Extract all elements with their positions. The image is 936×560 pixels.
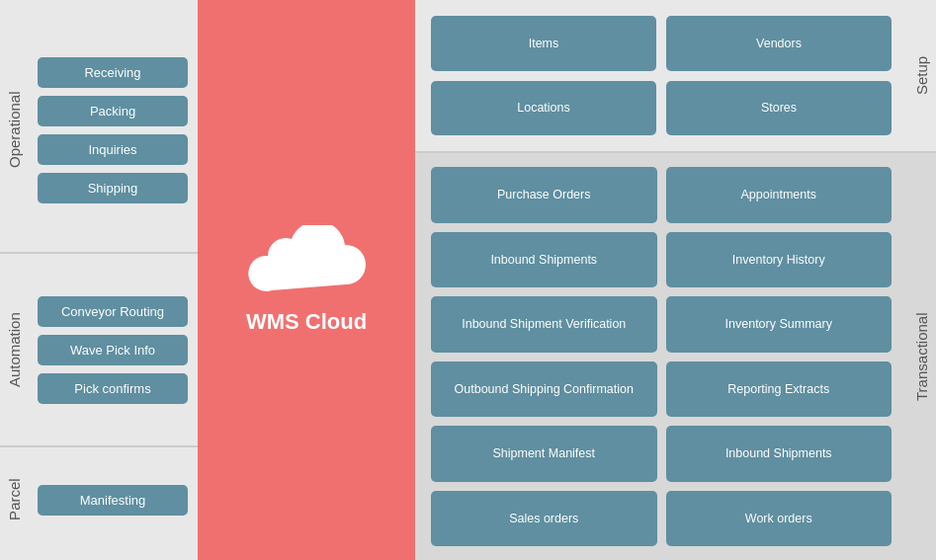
automation-section: Automation Conveyor Routing Wave Pick In…	[0, 254, 198, 447]
parcel-label: Parcel	[0, 447, 28, 552]
automation-label: Automation	[0, 254, 28, 445]
reporting-extracts-button[interactable]: Reporting Extracts	[666, 361, 893, 418]
vendors-button[interactable]: Vendors	[666, 16, 892, 71]
inventory-history-button[interactable]: Inventory History	[666, 232, 893, 288]
wms-cloud-label: WMS Cloud	[246, 309, 367, 335]
transactional-section: Purchase Orders Appointments Inbound Shi…	[415, 153, 936, 560]
setup-label: Setup	[907, 0, 936, 151]
cloud-icon	[242, 225, 371, 309]
parcel-section: Parcel Manifesting	[0, 447, 198, 552]
inbound-shipments-2-button[interactable]: Inbound Shipments	[666, 426, 893, 482]
outbound-shipping-confirmation-button[interactable]: Outbound Shipping Confirmation	[431, 361, 657, 418]
operational-section: Operational Receiving Packing Inquiries …	[0, 8, 198, 254]
cloud-container: WMS Cloud	[242, 225, 371, 335]
transactional-label: Transactional	[907, 153, 936, 560]
inventory-summary-button[interactable]: Inventory Summary	[666, 296, 893, 353]
wave-pick-info-button[interactable]: Wave Pick Info	[38, 335, 188, 365]
appointments-button[interactable]: Appointments	[666, 167, 893, 223]
setup-content: Items Vendors Locations Stores	[415, 0, 907, 151]
inquiries-button[interactable]: Inquiries	[38, 134, 188, 165]
transactional-content: Purchase Orders Appointments Inbound Shi…	[415, 153, 907, 560]
right-panel: Items Vendors Locations Stores Setup Pur…	[415, 0, 936, 560]
locations-button[interactable]: Locations	[431, 81, 656, 136]
center-panel: WMS Cloud	[198, 0, 415, 560]
inbound-shipment-verification-button[interactable]: Inbound Shipment Verification	[431, 296, 657, 353]
work-orders-button[interactable]: Work orders	[666, 491, 893, 547]
stores-button[interactable]: Stores	[666, 81, 892, 136]
manifesting-button[interactable]: Manifesting	[38, 485, 188, 516]
receiving-button[interactable]: Receiving	[38, 57, 188, 88]
parcel-buttons: Manifesting	[28, 447, 198, 552]
purchase-orders-button[interactable]: Purchase Orders	[431, 167, 657, 223]
shipping-button[interactable]: Shipping	[38, 173, 188, 203]
main-container: Operational Receiving Packing Inquiries …	[0, 0, 936, 560]
packing-button[interactable]: Packing	[38, 96, 188, 126]
items-button[interactable]: Items	[431, 16, 656, 71]
left-panel: Operational Receiving Packing Inquiries …	[0, 0, 198, 560]
inbound-shipments-button[interactable]: Inbound Shipments	[431, 232, 657, 288]
shipment-manifest-button[interactable]: Shipment Manifest	[431, 426, 657, 482]
pick-confirms-button[interactable]: Pick confirms	[38, 373, 188, 404]
automation-buttons: Conveyor Routing Wave Pick Info Pick con…	[28, 254, 198, 445]
operational-buttons: Receiving Packing Inquiries Shipping	[28, 8, 198, 252]
conveyor-routing-button[interactable]: Conveyor Routing	[38, 296, 188, 327]
operational-label: Operational	[0, 8, 28, 252]
setup-section: Items Vendors Locations Stores Setup	[415, 0, 936, 153]
sales-orders-button[interactable]: Sales orders	[431, 491, 657, 547]
